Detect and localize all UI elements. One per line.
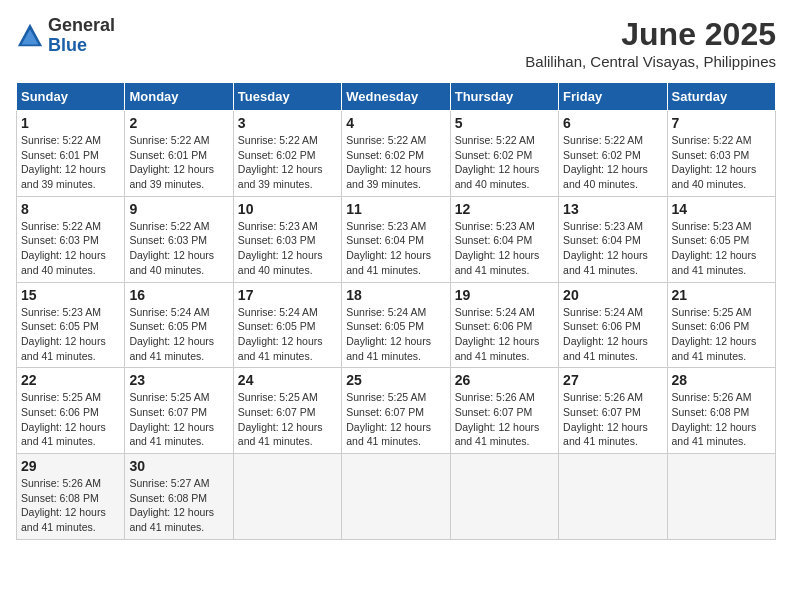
day-number: 21 (672, 287, 771, 303)
day-number: 26 (455, 372, 554, 388)
day-number: 27 (563, 372, 662, 388)
day-info: Sunrise: 5:23 AMSunset: 6:04 PMDaylight:… (563, 219, 662, 278)
day-info: Sunrise: 5:24 AMSunset: 6:05 PMDaylight:… (346, 305, 445, 364)
day-info: Sunrise: 5:25 AMSunset: 6:07 PMDaylight:… (346, 390, 445, 449)
day-info: Sunrise: 5:27 AMSunset: 6:08 PMDaylight:… (129, 476, 228, 535)
day-info: Sunrise: 5:22 AMSunset: 6:02 PMDaylight:… (346, 133, 445, 192)
day-number: 29 (21, 458, 120, 474)
location-title: Balilihan, Central Visayas, Philippines (525, 53, 776, 70)
header-cell-thursday: Thursday (450, 83, 558, 111)
day-info: Sunrise: 5:25 AMSunset: 6:06 PMDaylight:… (21, 390, 120, 449)
calendar-cell: 10Sunrise: 5:23 AMSunset: 6:03 PMDayligh… (233, 196, 341, 282)
calendar-cell (450, 454, 558, 540)
header-cell-saturday: Saturday (667, 83, 775, 111)
day-number: 12 (455, 201, 554, 217)
day-number: 7 (672, 115, 771, 131)
day-info: Sunrise: 5:26 AMSunset: 6:07 PMDaylight:… (563, 390, 662, 449)
calendar-cell: 2Sunrise: 5:22 AMSunset: 6:01 PMDaylight… (125, 111, 233, 197)
calendar-week-4: 22Sunrise: 5:25 AMSunset: 6:06 PMDayligh… (17, 368, 776, 454)
calendar-cell: 17Sunrise: 5:24 AMSunset: 6:05 PMDayligh… (233, 282, 341, 368)
logo-blue-text: Blue (48, 36, 115, 56)
calendar-cell: 13Sunrise: 5:23 AMSunset: 6:04 PMDayligh… (559, 196, 667, 282)
day-number: 16 (129, 287, 228, 303)
day-info: Sunrise: 5:22 AMSunset: 6:03 PMDaylight:… (129, 219, 228, 278)
day-info: Sunrise: 5:23 AMSunset: 6:04 PMDaylight:… (346, 219, 445, 278)
calendar-cell: 21Sunrise: 5:25 AMSunset: 6:06 PMDayligh… (667, 282, 775, 368)
day-info: Sunrise: 5:24 AMSunset: 6:05 PMDaylight:… (129, 305, 228, 364)
day-number: 22 (21, 372, 120, 388)
day-info: Sunrise: 5:25 AMSunset: 6:06 PMDaylight:… (672, 305, 771, 364)
day-info: Sunrise: 5:23 AMSunset: 6:04 PMDaylight:… (455, 219, 554, 278)
day-number: 2 (129, 115, 228, 131)
day-number: 9 (129, 201, 228, 217)
day-number: 19 (455, 287, 554, 303)
day-number: 28 (672, 372, 771, 388)
calendar-cell: 26Sunrise: 5:26 AMSunset: 6:07 PMDayligh… (450, 368, 558, 454)
calendar-week-1: 1Sunrise: 5:22 AMSunset: 6:01 PMDaylight… (17, 111, 776, 197)
calendar-cell: 14Sunrise: 5:23 AMSunset: 6:05 PMDayligh… (667, 196, 775, 282)
calendar-cell: 29Sunrise: 5:26 AMSunset: 6:08 PMDayligh… (17, 454, 125, 540)
calendar-table: SundayMondayTuesdayWednesdayThursdayFrid… (16, 82, 776, 540)
calendar-week-2: 8Sunrise: 5:22 AMSunset: 6:03 PMDaylight… (17, 196, 776, 282)
day-info: Sunrise: 5:22 AMSunset: 6:02 PMDaylight:… (455, 133, 554, 192)
day-info: Sunrise: 5:26 AMSunset: 6:08 PMDaylight:… (21, 476, 120, 535)
calendar-cell: 1Sunrise: 5:22 AMSunset: 6:01 PMDaylight… (17, 111, 125, 197)
calendar-week-5: 29Sunrise: 5:26 AMSunset: 6:08 PMDayligh… (17, 454, 776, 540)
calendar-cell: 20Sunrise: 5:24 AMSunset: 6:06 PMDayligh… (559, 282, 667, 368)
calendar-cell: 28Sunrise: 5:26 AMSunset: 6:08 PMDayligh… (667, 368, 775, 454)
calendar-cell: 9Sunrise: 5:22 AMSunset: 6:03 PMDaylight… (125, 196, 233, 282)
header: General Blue June 2025 Balilihan, Centra… (16, 16, 776, 70)
day-number: 13 (563, 201, 662, 217)
day-info: Sunrise: 5:24 AMSunset: 6:05 PMDaylight:… (238, 305, 337, 364)
day-number: 5 (455, 115, 554, 131)
day-number: 17 (238, 287, 337, 303)
logo: General Blue (16, 16, 115, 56)
calendar-cell (342, 454, 450, 540)
day-info: Sunrise: 5:26 AMSunset: 6:07 PMDaylight:… (455, 390, 554, 449)
day-info: Sunrise: 5:22 AMSunset: 6:02 PMDaylight:… (563, 133, 662, 192)
calendar-cell (233, 454, 341, 540)
day-number: 15 (21, 287, 120, 303)
header-cell-monday: Monday (125, 83, 233, 111)
calendar-cell: 30Sunrise: 5:27 AMSunset: 6:08 PMDayligh… (125, 454, 233, 540)
day-number: 14 (672, 201, 771, 217)
header-cell-friday: Friday (559, 83, 667, 111)
day-info: Sunrise: 5:22 AMSunset: 6:03 PMDaylight:… (21, 219, 120, 278)
title-area: June 2025 Balilihan, Central Visayas, Ph… (525, 16, 776, 70)
calendar-cell: 7Sunrise: 5:22 AMSunset: 6:03 PMDaylight… (667, 111, 775, 197)
header-cell-tuesday: Tuesday (233, 83, 341, 111)
day-info: Sunrise: 5:22 AMSunset: 6:01 PMDaylight:… (129, 133, 228, 192)
day-number: 4 (346, 115, 445, 131)
logo-text: General Blue (48, 16, 115, 56)
day-info: Sunrise: 5:23 AMSunset: 6:05 PMDaylight:… (21, 305, 120, 364)
day-info: Sunrise: 5:22 AMSunset: 6:01 PMDaylight:… (21, 133, 120, 192)
day-info: Sunrise: 5:25 AMSunset: 6:07 PMDaylight:… (238, 390, 337, 449)
calendar-cell: 15Sunrise: 5:23 AMSunset: 6:05 PMDayligh… (17, 282, 125, 368)
calendar-cell: 4Sunrise: 5:22 AMSunset: 6:02 PMDaylight… (342, 111, 450, 197)
logo-general-text: General (48, 16, 115, 36)
calendar-cell: 19Sunrise: 5:24 AMSunset: 6:06 PMDayligh… (450, 282, 558, 368)
calendar-cell: 6Sunrise: 5:22 AMSunset: 6:02 PMDaylight… (559, 111, 667, 197)
calendar-cell: 16Sunrise: 5:24 AMSunset: 6:05 PMDayligh… (125, 282, 233, 368)
day-info: Sunrise: 5:22 AMSunset: 6:03 PMDaylight:… (672, 133, 771, 192)
header-cell-sunday: Sunday (17, 83, 125, 111)
calendar-cell: 8Sunrise: 5:22 AMSunset: 6:03 PMDaylight… (17, 196, 125, 282)
day-number: 6 (563, 115, 662, 131)
header-row: SundayMondayTuesdayWednesdayThursdayFrid… (17, 83, 776, 111)
day-number: 24 (238, 372, 337, 388)
calendar-cell: 24Sunrise: 5:25 AMSunset: 6:07 PMDayligh… (233, 368, 341, 454)
calendar-cell: 11Sunrise: 5:23 AMSunset: 6:04 PMDayligh… (342, 196, 450, 282)
day-number: 11 (346, 201, 445, 217)
day-info: Sunrise: 5:25 AMSunset: 6:07 PMDaylight:… (129, 390, 228, 449)
day-info: Sunrise: 5:23 AMSunset: 6:03 PMDaylight:… (238, 219, 337, 278)
day-number: 1 (21, 115, 120, 131)
day-info: Sunrise: 5:24 AMSunset: 6:06 PMDaylight:… (455, 305, 554, 364)
logo-icon (16, 22, 44, 50)
day-number: 10 (238, 201, 337, 217)
calendar-cell (559, 454, 667, 540)
calendar-cell: 27Sunrise: 5:26 AMSunset: 6:07 PMDayligh… (559, 368, 667, 454)
calendar-cell: 23Sunrise: 5:25 AMSunset: 6:07 PMDayligh… (125, 368, 233, 454)
calendar-cell: 3Sunrise: 5:22 AMSunset: 6:02 PMDaylight… (233, 111, 341, 197)
day-number: 20 (563, 287, 662, 303)
calendar-cell: 5Sunrise: 5:22 AMSunset: 6:02 PMDaylight… (450, 111, 558, 197)
